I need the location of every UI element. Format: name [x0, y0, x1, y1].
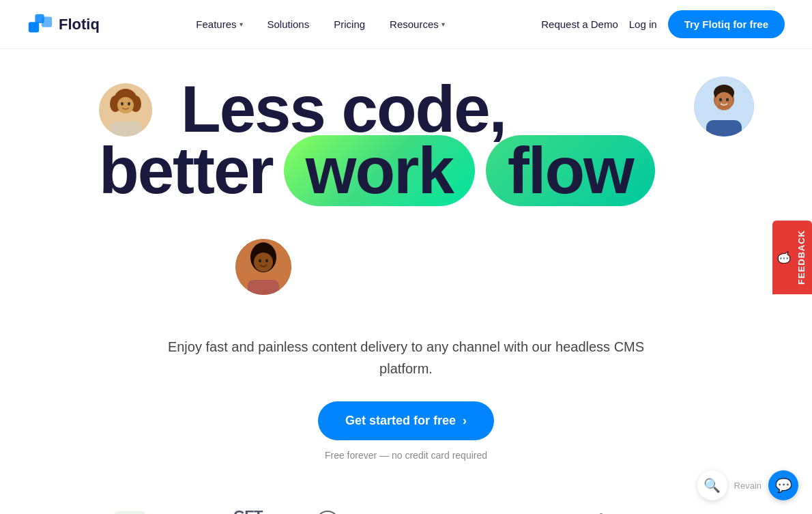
svg-point-24	[259, 259, 261, 263]
svg-rect-20	[706, 120, 742, 137]
hero-cta-note: Free forever — no credit card required	[325, 450, 487, 461]
hero-highlight-work: work	[284, 135, 475, 206]
login-link[interactable]: Log in	[629, 18, 657, 30]
nav-cta-button[interactable]: Try Flotiq for free	[668, 10, 785, 38]
avatar-3	[235, 239, 291, 295]
logos-bar: CA CRÉDIT AGRICOLE GET HERO CodeWave	[0, 488, 812, 514]
chevron-down-icon: ▾	[441, 20, 445, 28]
hero-highlight-flow: flow	[486, 135, 655, 206]
logo-icon	[27, 12, 53, 38]
codewave-icon	[315, 510, 340, 514]
nav-item-resources[interactable]: Resources ▾	[380, 13, 454, 35]
demo-link[interactable]: Request a Demo	[541, 18, 618, 30]
navbar: Flotiq Features ▾ Solutions Pricing Reso…	[0, 0, 812, 49]
nav-features-link[interactable]: Features ▾	[186, 13, 252, 35]
hero-cta-area: Get started for free › Free forever — no…	[318, 401, 494, 461]
svg-point-23	[254, 253, 273, 272]
revain-search-button[interactable]: 🔍	[697, 470, 727, 500]
search-icon: 🔍	[704, 477, 721, 494]
svg-point-9	[121, 102, 124, 106]
nav-resources-link[interactable]: Resources ▾	[380, 13, 454, 35]
credit-agricole-icon: CA	[115, 511, 145, 514]
logo-codewave: CodeWave	[315, 510, 411, 514]
chat-button[interactable]: 💬	[768, 470, 798, 500]
nav-right: Request a Demo Log in Try Flotiq for fre…	[541, 10, 785, 38]
svg-point-10	[128, 102, 130, 106]
nav-item-pricing[interactable]: Pricing	[324, 13, 375, 35]
hero-cta-button[interactable]: Get started for free ›	[318, 401, 494, 440]
svg-point-30	[317, 511, 338, 514]
feedback-widget[interactable]: 💬 FEEDBACK	[772, 220, 812, 294]
svg-point-18	[726, 98, 729, 102]
logo-link[interactable]: Flotiq	[27, 12, 100, 38]
svg-point-25	[265, 259, 268, 263]
svg-rect-0	[29, 22, 39, 32]
gethero-label: GET HERO	[233, 509, 274, 514]
logo-credit-agricole: CA CRÉDIT AGRICOLE	[115, 511, 192, 514]
logo-gethero: GET HERO	[233, 509, 274, 514]
nav-item-solutions[interactable]: Solutions	[258, 13, 319, 35]
logo-text: Flotiq	[59, 16, 100, 33]
avatar-1	[99, 83, 152, 137]
svg-rect-2	[35, 14, 44, 23]
hero-subtitle: Enjoy fast and painless content delivery…	[140, 336, 672, 380]
svg-point-19	[717, 104, 731, 111]
svg-rect-27	[248, 280, 279, 295]
svg-rect-28	[115, 511, 145, 514]
hero-title-area: Less code, better work flow	[99, 76, 713, 309]
chevron-down-icon: ▾	[240, 20, 243, 28]
nav-pricing-link[interactable]: Pricing	[324, 13, 375, 35]
hero-line-2: better work flow	[99, 135, 655, 206]
revain-widget: 🔍 Revain 💬	[697, 470, 798, 500]
arrow-right-icon: ›	[463, 414, 467, 428]
svg-point-17	[719, 98, 722, 102]
feedback-icon: 💬	[778, 250, 791, 264]
nav-links: Features ▾ Solutions Pricing Resources ▾	[186, 13, 454, 35]
nav-solutions-link[interactable]: Solutions	[258, 13, 319, 35]
hero-line-1: Less code,	[99, 76, 506, 142]
revain-logo: Revain	[734, 481, 762, 491]
avatar-2	[694, 76, 754, 137]
chat-icon: 💬	[775, 477, 792, 494]
hero-section: Less code, better work flow Enjoy fast a…	[0, 49, 812, 481]
nav-item-features[interactable]: Features ▾	[186, 13, 252, 35]
svg-point-8	[117, 97, 134, 113]
